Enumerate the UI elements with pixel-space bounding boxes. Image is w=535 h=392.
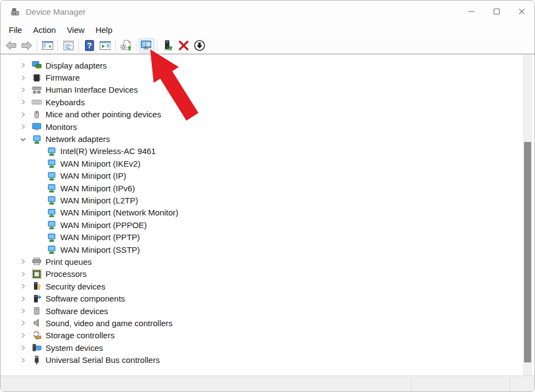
chevron-right-icon[interactable] [19,331,27,340]
tree-device-item[interactable]: WAN Miniport (SSTP) [1,243,534,255]
chevron-right-icon[interactable] [19,86,27,94]
forward-arrow-icon [20,39,33,52]
tree-device-item[interactable]: WAN Miniport (PPPOE) [1,219,534,231]
tree-category-item[interactable]: Security devices [1,280,534,292]
tree-item-label: Monitors [45,122,77,132]
tree-item-label: Print queues [45,257,92,266]
tree-category-item[interactable]: Universal Serial Bus controllers [1,354,534,366]
chevron-right-icon[interactable] [19,319,27,327]
minimize-icon [468,8,475,15]
chevron-right-icon[interactable] [19,257,27,266]
tree-category-item[interactable]: Sound, video and game controllers [1,317,534,329]
minimize-button[interactable] [459,1,484,22]
chevron-right-icon[interactable] [19,73,27,82]
tree-category-item[interactable]: Firmware [1,71,534,83]
tree-category-item[interactable]: Print queues [1,255,534,268]
close-button[interactable] [509,1,534,22]
chevron-right-icon[interactable] [19,98,27,106]
add-drivers-button[interactable] [160,38,175,53]
show-action-pane-button[interactable] [97,38,113,53]
tree-indent [33,196,42,204]
chevron-right-icon[interactable] [19,282,27,291]
storage-controller-icon [32,331,42,340]
tree-item-label: Firmware [45,73,80,82]
software-component-icon [32,294,42,304]
chevron-right-icon[interactable] [19,306,27,315]
network-adapter-icon [47,245,56,254]
tree-device-item[interactable]: WAN Miniport (IKEv2) [1,157,534,169]
tree-category-item[interactable]: Monitors [1,121,534,133]
help-icon [83,39,96,52]
tree-device-item[interactable]: WAN Miniport (IP) [1,170,534,182]
mouse-icon [32,110,42,120]
toolbar-separator [157,39,157,52]
uninstall-device-button[interactable] [175,38,191,53]
window-controls [459,1,534,22]
sound-icon [32,318,42,328]
printer-icon [32,257,42,266]
action-pane-icon [99,39,112,52]
tree-item-label: Network adapters [45,134,110,144]
tree-indent [33,245,42,254]
system-device-icon [32,343,42,353]
keyboard-icon [32,97,42,107]
tree-category-item[interactable]: Software devices [1,305,534,317]
device-tree: Display adaptersFirmwareHuman Interface … [1,55,534,366]
tree-indent [33,233,42,242]
toolbar-separator [58,39,58,52]
tree-category-item[interactable]: System devices [1,342,534,354]
vertical-scrollbar[interactable] [523,55,532,376]
toolbar [1,37,534,54]
tree-item-label: WAN Miniport (PPPOE) [60,220,147,230]
maximize-button[interactable] [484,1,509,22]
tree-device-item[interactable]: WAN Miniport (Network Monitor) [1,207,534,219]
disable-icon [193,39,206,52]
console-tree-icon [41,39,54,52]
tree-category-item[interactable]: Display adapters [1,59,534,71]
tree-category-item[interactable]: Processors [1,268,534,280]
tree-category-item[interactable]: Storage controllers [1,329,534,342]
tree-item-label: WAN Miniport (L2TP) [60,196,138,205]
chevron-right-icon[interactable] [19,270,27,279]
chevron-down-icon[interactable] [19,135,27,144]
help-button[interactable] [81,38,97,53]
monitor-icon [32,122,42,132]
menu-file[interactable]: File [3,25,27,35]
chevron-right-icon[interactable] [19,356,27,365]
forward-button[interactable] [19,38,35,53]
back-arrow-icon [4,39,18,52]
tree-device-item[interactable]: Intel(R) Wireless-AC 9461 [1,145,534,157]
tree-category-item[interactable]: Network adapters [1,133,534,145]
chevron-right-icon[interactable] [19,122,27,131]
menu-help[interactable]: Help [90,25,118,35]
chevron-right-icon[interactable] [19,294,27,303]
tree-category-item[interactable]: Software components [1,292,534,304]
chevron-right-icon[interactable] [19,343,27,352]
menu-action[interactable]: Action [27,25,61,35]
tree-indent [33,220,42,229]
window-title: Device Manager [26,7,86,16]
statusbar-separator [411,377,412,391]
status-bar [1,376,534,392]
scrollbar-thumb[interactable] [524,142,531,362]
tree-category-item[interactable]: Mice and other pointing devices [1,109,534,121]
show-hide-console-tree-button[interactable] [39,38,55,53]
tree-device-item[interactable]: WAN Miniport (IPv6) [1,182,534,194]
menu-view[interactable]: View [61,25,90,35]
tree-device-item[interactable]: WAN Miniport (PPTP) [1,231,534,243]
chevron-right-icon[interactable] [19,110,27,119]
tree-device-item[interactable]: WAN Miniport (L2TP) [1,194,534,206]
display-adapter-icon [32,60,42,70]
tree-category-item[interactable]: Human Interface Devices [1,84,534,96]
properties-button[interactable] [60,38,76,53]
scan-hardware-changes-button[interactable] [139,38,155,53]
tree-category-item[interactable]: Keyboards [1,96,534,108]
back-button[interactable] [3,38,19,53]
device-manager-icon[interactable] [10,7,20,17]
firmware-icon [32,73,42,83]
network-adapter-icon [47,171,56,181]
chevron-right-icon[interactable] [19,61,27,70]
tree-indent [33,159,42,168]
disable-device-button[interactable] [191,38,207,53]
update-driver-button[interactable] [118,38,134,53]
